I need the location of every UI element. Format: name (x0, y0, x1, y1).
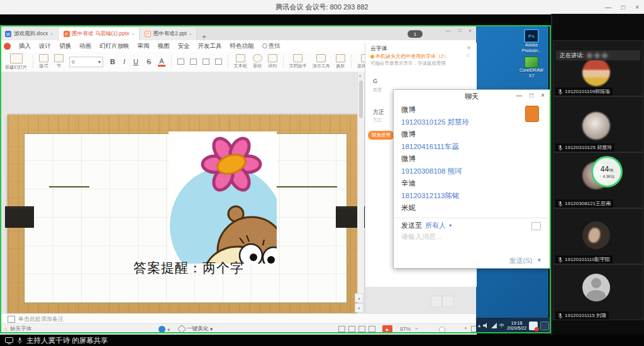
bullet-list-icon[interactable] (203, 59, 209, 65)
bold-button[interactable]: B (109, 58, 116, 65)
tab-close-icon[interactable]: × (189, 32, 192, 36)
tab-close-icon[interactable]: × (132, 32, 135, 36)
menu-view[interactable]: 视图 (158, 42, 170, 50)
chevron-down-icon[interactable]: ▾ (537, 256, 541, 265)
tray-expand-icon[interactable]: ▴ (478, 323, 480, 328)
font-color-button[interactable]: A (158, 57, 165, 67)
tab-doc-rules[interactable]: W 游戏规则.docx × (0, 28, 58, 40)
maximize-icon[interactable]: □ (530, 92, 533, 99)
section-button[interactable]: 节 (54, 54, 64, 69)
menu-slideshow[interactable]: 幻灯片放映 (99, 42, 130, 50)
font-size-combobox[interactable]: 0 ▾ (69, 57, 103, 67)
zoom-in-icon[interactable]: + (464, 325, 467, 332)
menu-security[interactable]: 安全 (178, 42, 190, 50)
strikethrough-button[interactable]: S (145, 58, 152, 65)
font-item[interactable]: G (373, 78, 377, 84)
arrange-button[interactable]: 排列 (268, 54, 277, 69)
meeting-title: 腾讯会议 会议号: 800 293 882 (275, 3, 368, 12)
material-thumbnail[interactable] (442, 296, 453, 307)
menu-features[interactable]: 特色功能 (230, 42, 254, 50)
close-icon[interactable]: × (541, 92, 545, 99)
material-thumbnail[interactable] (431, 296, 442, 307)
menu-design[interactable]: 设计 (39, 42, 51, 50)
menu-transition[interactable]: 切换 (59, 42, 71, 50)
scroll-thumb[interactable] (359, 81, 363, 118)
doc-assistant-button[interactable]: 文档助手 (289, 54, 307, 69)
network-icon[interactable] (491, 323, 497, 328)
prev-slide-button[interactable]: ▴ (355, 293, 364, 303)
zoom-out-icon[interactable]: − (415, 325, 418, 332)
beautify-button[interactable]: 一键美化 ▾ (179, 325, 213, 333)
menu-review[interactable]: 审阅 (138, 42, 150, 50)
participant-tile[interactable]: 19120101115 刘璐 (553, 264, 643, 320)
next-slide-button[interactable]: ▾ (355, 303, 364, 313)
participant-tile[interactable]: 19120101110靳宇阳 (553, 208, 643, 264)
zoom-level[interactable]: 97% (400, 326, 411, 332)
tray-app-icon[interactable] (529, 321, 538, 330)
slide-caption-textbox[interactable]: 答案提醒：两个字 (133, 259, 244, 277)
desktop-icon-coreldraw[interactable]: CorelDRAW X7 (516, 57, 547, 79)
tab-close-icon[interactable]: × (50, 32, 53, 36)
align-left-icon[interactable] (177, 59, 184, 65)
new-tab-button[interactable]: + (202, 33, 206, 40)
reading-view-icon[interactable] (358, 326, 365, 332)
update-badge[interactable]: 1 (408, 30, 423, 38)
present-tools-button[interactable]: 演示工具 (313, 54, 330, 69)
line-spacing-icon[interactable] (215, 59, 222, 65)
minimize-icon[interactable]: — (445, 28, 450, 33)
italic-button[interactable]: I (122, 58, 126, 65)
ime-indicator[interactable]: 中 (499, 322, 504, 329)
participant-name-bar: 19120101109郭陈瑜 (555, 87, 613, 96)
minimize-icon[interactable]: — (516, 92, 522, 99)
chevron-down-icon[interactable]: ▾ (167, 326, 170, 333)
tab-ppt-2[interactable]: P 图中有啥2.ppt × (140, 28, 197, 40)
slide-sorter-icon[interactable] (348, 326, 355, 332)
minimize-icon[interactable]: — (605, 4, 611, 11)
browser-mode-icon[interactable] (158, 326, 165, 333)
send-to-selector[interactable]: 所有人 (425, 221, 446, 230)
normal-view-icon[interactable] (338, 326, 345, 332)
muted-mic-icon (558, 145, 563, 151)
find-button[interactable]: 查找 (262, 42, 280, 50)
menu-insert[interactable]: 插入 (19, 42, 31, 50)
volume-icon[interactable] (483, 323, 489, 328)
desktop-icon-photoshop[interactable]: Ps Adobe Photosh... (516, 29, 547, 53)
slide-canvas[interactable]: 答案提醒：两个字 (8, 114, 364, 317)
skin-button[interactable]: 换肤 (336, 54, 345, 69)
missing-fonts-status[interactable]: ⚠ 缺失字体 (4, 325, 31, 333)
menu-animation[interactable]: 动画 (79, 42, 91, 50)
slide-picture[interactable] (169, 131, 277, 264)
notes-bar[interactable]: 单击此处添加备注 (0, 313, 484, 324)
chevron-down-icon[interactable]: ▾ (449, 223, 452, 228)
warning-icon: ⚠ (4, 326, 8, 332)
scroll-up-icon[interactable]: ▴ (359, 73, 361, 77)
screenshot-icon[interactable] (531, 222, 541, 230)
menu-devtools[interactable]: 开发工具 (198, 42, 222, 50)
maximize-icon[interactable]: □ (458, 28, 461, 33)
maximize-icon[interactable]: □ (621, 4, 625, 11)
send-button[interactable]: 发送(S) ▾ (509, 256, 541, 265)
shape-button[interactable]: 形状 (253, 54, 262, 69)
slideshow-play-button[interactable]: ▶ (382, 325, 392, 333)
close-icon[interactable]: × (467, 45, 470, 51)
new-slide-button[interactable]: 新建幻灯片 (5, 53, 27, 70)
star-icon[interactable]: ☆ (465, 52, 470, 59)
tab-ppt-active[interactable]: P 图中有啥 马思晴(1).pptx × (58, 28, 140, 40)
zoom-slider-knob[interactable] (439, 326, 445, 333)
taskbar-clock[interactable]: 19:18 2020/5/22 (507, 321, 526, 331)
notes-view-icon[interactable] (369, 326, 375, 332)
close-icon[interactable]: × (635, 4, 639, 11)
participant-tile[interactable]: 19120310125 郑慧玲 (553, 96, 643, 152)
chat-input[interactable]: 请输入消息... (401, 232, 441, 242)
close-icon[interactable]: × (469, 28, 472, 33)
participant-tile[interactable]: 19120101109郭陈瑜 (553, 40, 643, 96)
underline-button[interactable]: U (132, 58, 140, 65)
tray-app-icon[interactable] (540, 321, 549, 330)
free-use-button[interactable]: 限免使用 (368, 131, 394, 140)
font-item[interactable]: 方正 (373, 108, 384, 116)
promo-float-icon[interactable] (525, 106, 539, 122)
textbox-button[interactable]: 文本框 (234, 54, 247, 69)
layout-button[interactable]: 版式 (39, 54, 48, 69)
align-center-icon[interactable] (190, 59, 197, 65)
wps-logo[interactable] (4, 43, 11, 50)
